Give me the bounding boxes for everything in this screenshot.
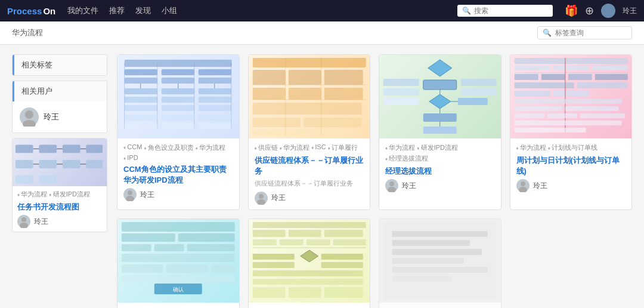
svg-rect-20 [125, 60, 232, 67]
sidebar-card-0[interactable]: 华为流程 研发IPD流程 任务书开发流程图 玲王 [12, 138, 107, 232]
card-thumb-4: 确认 [117, 219, 239, 303]
card-1[interactable]: 供应链 华为流程 ISC 订单履行 供应链流程体系－－订单履行业务 供应链流程体… [248, 54, 371, 210]
svg-text:确认: 确认 [172, 287, 184, 292]
svg-rect-43 [125, 115, 157, 121]
svg-rect-48 [199, 123, 231, 129]
svg-point-66 [259, 194, 264, 199]
svg-rect-55 [252, 88, 285, 100]
sidebar-user-item[interactable]: 玲王 [13, 101, 107, 133]
svg-rect-53 [288, 70, 321, 85]
tag-search-input[interactable] [555, 29, 627, 37]
svg-point-50 [126, 196, 134, 201]
svg-rect-150 [392, 267, 488, 273]
svg-rect-5 [86, 144, 103, 153]
svg-rect-47 [162, 123, 194, 129]
svg-marker-68 [428, 60, 452, 76]
card-avatar-3 [516, 179, 530, 192]
svg-rect-56 [288, 88, 321, 100]
card-0[interactable]: CCM 角色设立及职责 华为流程 IPD CCM角色的设立及其主要职责华为研发I… [117, 54, 240, 210]
card-thumb-2 [379, 55, 501, 138]
svg-point-18 [21, 217, 26, 222]
gift-icon[interactable]: 🎁 [565, 4, 578, 17]
card-3[interactable]: 华为流程 计划线与订单线 周计划与日计划(计划线与订单线) 玲王 [510, 54, 633, 210]
svg-rect-92 [568, 74, 592, 80]
breadcrumb: 华为流程 [12, 27, 43, 38]
card-4[interactable]: 确认 华为流程 研发IPD流程 流程图2 玲王 [117, 218, 240, 308]
sidebar-card-author-0: 玲王 [17, 215, 102, 228]
card-5[interactable]: 华为流程 ISC 流程图3 玲王 [248, 218, 371, 308]
svg-rect-38 [199, 105, 231, 111]
card-body-0: CCM 角色设立及职责 华为流程 IPD CCM角色的设立及其主要职责华为研发I… [117, 138, 239, 206]
svg-point-83 [389, 181, 394, 186]
svg-rect-24 [125, 78, 157, 84]
card-body-2: 华为流程 研发IPD流程 经理选拔流程 经理选拔流程 玲王 [379, 138, 501, 197]
avatar[interactable] [601, 4, 615, 18]
subheader: 华为流程 🔍 [0, 21, 644, 45]
svg-rect-3 [39, 144, 57, 153]
menu-item-discover[interactable]: 发现 [135, 5, 151, 16]
card-title-3[interactable]: 周计划与日计划(计划线与订单线) [516, 155, 626, 177]
menu-item-group[interactable]: 小组 [162, 5, 177, 16]
svg-rect-78 [383, 79, 419, 86]
card-thumb-3 [510, 55, 632, 138]
svg-rect-88 [592, 66, 627, 70]
svg-rect-110 [122, 233, 175, 242]
search-input[interactable] [474, 7, 552, 15]
tag: 经理选拔流程 [385, 154, 428, 163]
card-title-2[interactable]: 经理选拔流程 [385, 166, 495, 177]
svg-rect-85 [514, 58, 627, 64]
add-icon[interactable]: ⊕ [585, 4, 594, 17]
card-author-0: 玲王 [123, 188, 233, 201]
logo[interactable]: ProcessOn [7, 6, 55, 16]
tag: ISC [311, 143, 326, 152]
navbar-icons: 🎁 ⊕ 玲王 [565, 4, 637, 18]
logo-process: Process [7, 6, 42, 16]
card-thumb-5 [249, 219, 370, 303]
menu-item-my-files[interactable]: 我的文件 [67, 5, 98, 16]
svg-rect-119 [122, 275, 235, 282]
card-title-1[interactable]: 供应链流程体系－－订单履行业务 [255, 155, 364, 177]
card-title-0[interactable]: CCM角色的设立及其主要职责华为研发IPD流程 [123, 164, 233, 186]
tag: 供应链 [255, 143, 278, 152]
svg-rect-32 [199, 88, 231, 94]
svg-rect-12 [86, 160, 103, 168]
svg-rect-148 [392, 249, 482, 255]
svg-rect-34 [162, 97, 194, 103]
sidebar-card-title-0[interactable]: 任务书开发流程图 [17, 202, 102, 212]
svg-point-107 [521, 181, 525, 186]
svg-rect-82 [383, 98, 419, 105]
card-2[interactable]: 华为流程 研发IPD流程 经理选拔流程 经理选拔流程 玲王 [379, 54, 501, 210]
card-author-name-1: 玲王 [271, 193, 286, 203]
tag-search-box[interactable]: 🔍 [537, 26, 632, 39]
svg-rect-69 [423, 80, 457, 90]
menu-item-recommend[interactable]: 推荐 [109, 5, 125, 16]
card-author-name-0: 玲王 [140, 190, 154, 200]
navbar-search-box[interactable]: 🔍 [457, 5, 553, 17]
svg-rect-134 [321, 254, 363, 260]
search-icon: 🔍 [462, 7, 471, 15]
card-avatar-0 [123, 188, 137, 201]
svg-rect-118 [211, 264, 235, 273]
tag: 研发IPD流程 [49, 190, 90, 199]
svg-rect-54 [324, 70, 363, 85]
svg-rect-58 [252, 103, 361, 115]
svg-rect-137 [252, 262, 294, 268]
svg-rect-109 [122, 222, 235, 232]
svg-rect-72 [458, 98, 488, 105]
svg-rect-116 [122, 264, 163, 273]
card-6[interactable] [379, 218, 501, 308]
logo-on: On [43, 6, 55, 16]
card-body-3: 华为流程 计划线与订单线 周计划与日计划(计划线与订单线) 玲王 [510, 138, 632, 197]
svg-rect-130 [306, 239, 330, 245]
card-thumb-6 [379, 219, 501, 303]
svg-rect-100 [514, 106, 562, 111]
sidebar-card-thumb-0 [13, 138, 107, 186]
svg-rect-113 [154, 244, 184, 251]
svg-point-67 [257, 199, 265, 205]
sidebar-card-avatar-0 [17, 215, 30, 228]
tag: 计划线与订单线 [548, 143, 597, 152]
svg-rect-139 [252, 279, 363, 285]
tag: 华为流程 [196, 143, 225, 152]
navbar: ProcessOn 我的文件 推荐 发现 小组 🔍 🎁 ⊕ 玲王 [0, 0, 644, 21]
card-tags-3: 华为流程 计划线与订单线 [516, 143, 626, 152]
